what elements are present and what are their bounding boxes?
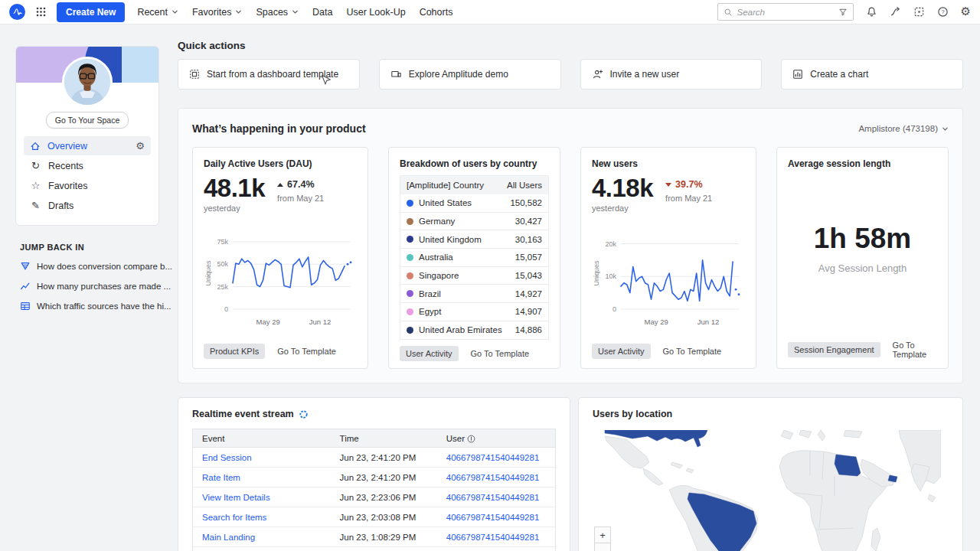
user-id-link[interactable]: 4066798741540449281: [446, 473, 546, 482]
sidebar-item-overview[interactable]: Overview ⚙: [24, 136, 151, 155]
event-row: Complete ProfileJun 23, 1:04:24 PM406679…: [193, 547, 555, 551]
dau-go-to-template-link[interactable]: Go To Template: [277, 347, 336, 356]
notifications-bell-icon[interactable]: [866, 6, 877, 18]
invite-user-icon: [592, 69, 603, 80]
search-box[interactable]: [717, 3, 854, 21]
svg-text:0: 0: [612, 305, 616, 313]
map-zoom-out-button[interactable]: −: [594, 543, 611, 551]
map-cuba: [671, 462, 683, 468]
sidebar-item-drafts[interactable]: ✎ Drafts: [24, 196, 151, 215]
svg-text:Uniques: Uniques: [593, 260, 600, 286]
country-row[interactable]: Singapore15,043: [400, 267, 548, 285]
user-id-link[interactable]: 4066798741540449281: [446, 513, 546, 522]
event-link[interactable]: Rate Item: [202, 473, 340, 482]
info-icon[interactable]: [467, 435, 475, 443]
table-icon: [20, 301, 31, 311]
chevron-down-icon: [172, 8, 178, 15]
templates-icon[interactable]: [913, 6, 925, 18]
settings-gear-icon[interactable]: ⚙: [961, 6, 971, 18]
jump-item-conversion[interactable]: How does conversion compare b...: [20, 261, 159, 272]
help-icon[interactable]: ?: [937, 6, 949, 18]
jump-item-purchases[interactable]: How many purchases are made ...: [20, 281, 159, 292]
map-florida: [694, 438, 701, 447]
menu-recent[interactable]: Recent: [136, 4, 180, 21]
amplitude-logo[interactable]: [9, 4, 25, 20]
new-users-delta: 39.7%: [665, 179, 712, 190]
go-to-your-space-button[interactable]: Go To Your Space: [46, 112, 129, 129]
map-central-america: [643, 468, 663, 485]
time-col-header: Time: [340, 434, 446, 443]
bar-chart-icon: [792, 69, 803, 80]
country-row[interactable]: United Arab Emirates14,886: [400, 321, 548, 340]
country-go-to-template-link[interactable]: Go To Template: [471, 349, 530, 358]
filter-icon[interactable]: [838, 8, 848, 17]
dau-delta: 67.4%: [277, 179, 324, 190]
event-link[interactable]: Main Landing: [202, 533, 340, 542]
menu-user-lookup[interactable]: User Look-Up: [345, 4, 407, 21]
event-link[interactable]: View Item Details: [202, 493, 340, 502]
qa-create-chart[interactable]: Create a chart: [781, 59, 963, 90]
map-turkey: [844, 430, 862, 438]
event-row: Rate ItemJun 23, 2:41:20 PM4066798741540…: [193, 468, 555, 487]
country-row[interactable]: Egypt14,907: [400, 303, 548, 321]
country-row[interactable]: Brazil14,927: [400, 285, 548, 303]
user-id-link[interactable]: 4066798741540449281: [446, 533, 546, 542]
new-users-card-title: New users: [592, 158, 745, 169]
panel-title: What’s happening in your product: [192, 122, 366, 135]
qa-invite-user[interactable]: Invite a new user: [580, 59, 763, 90]
series-dot: [407, 200, 413, 207]
create-new-button[interactable]: Create New: [57, 2, 125, 22]
country-row[interactable]: United States150,582: [400, 194, 548, 213]
sidebar-item-favorites[interactable]: ☆ Favorites: [24, 176, 151, 195]
session-length-value: 1h 58m: [814, 223, 912, 255]
map-europe-west: [781, 430, 793, 439]
user-col-header: User: [446, 434, 546, 443]
dashboard-template-icon: [189, 69, 200, 80]
series-dot: [407, 218, 413, 225]
new-users-go-to-template-link[interactable]: Go To Template: [663, 347, 722, 356]
menu-spaces[interactable]: Spaces: [254, 4, 300, 21]
session-go-to-template-link[interactable]: Go To Template: [893, 341, 937, 359]
menu-data[interactable]: Data: [311, 4, 334, 21]
series-dot: [407, 272, 413, 279]
search-input[interactable]: [737, 8, 834, 17]
user-id-link[interactable]: 4066798741540449281: [446, 493, 546, 502]
country-row[interactable]: Australia15,057: [400, 249, 548, 267]
journeys-icon[interactable]: [890, 6, 901, 18]
svg-text:Jun 12: Jun 12: [697, 318, 720, 326]
qa-explore-demo[interactable]: Explore Amplitude demo: [379, 59, 561, 90]
home-icon: [30, 141, 41, 152]
star-icon: ☆: [30, 180, 41, 191]
svg-text:20k: 20k: [605, 240, 616, 248]
svg-text:Jun 12: Jun 12: [309, 318, 332, 326]
users-by-location-card: Users by location: [578, 397, 963, 551]
banner-right-decoration: [122, 47, 158, 83]
sidebar-item-recents[interactable]: ↻ Recents: [24, 156, 151, 175]
event-link[interactable]: Search for Items: [202, 513, 340, 522]
user-id-link[interactable]: 4066798741540449281: [446, 453, 546, 462]
menu-cohorts[interactable]: Cohorts: [418, 4, 455, 21]
map-italy: [818, 430, 825, 441]
line-chart-icon: [20, 281, 31, 292]
jump-item-traffic[interactable]: Which traffic sources have the hi...: [20, 301, 159, 311]
event-link[interactable]: End Session: [202, 453, 340, 462]
dau-tag[interactable]: Product KPIs: [204, 344, 265, 359]
qa-start-from-template[interactable]: Start from a dashboard template: [178, 59, 360, 90]
country-row[interactable]: Germany30,427: [400, 213, 548, 231]
new-users-tag[interactable]: User Activity: [592, 344, 651, 359]
project-selector[interactable]: Amplistore (473198): [858, 124, 949, 133]
country-tag[interactable]: User Activity: [400, 346, 459, 361]
country-row[interactable]: United Kingdom30,163: [400, 230, 548, 249]
search-icon: [724, 8, 733, 17]
world-map[interactable]: + −: [593, 430, 949, 551]
session-tag[interactable]: Session Engagement: [788, 342, 880, 357]
event-stream-title: Realtime event stream: [192, 409, 294, 419]
map-zoom-in-button[interactable]: +: [594, 527, 611, 543]
overview-settings-gear-icon[interactable]: ⚙: [136, 141, 145, 151]
menu-favorites[interactable]: Favorites: [191, 4, 243, 21]
jump-back-in-section: JUMP BACK IN How does conversion compare…: [15, 243, 159, 311]
user-avatar[interactable]: [62, 57, 113, 107]
apps-grid-icon[interactable]: [36, 7, 46, 17]
quick-actions-title: Quick actions: [178, 40, 963, 51]
whats-happening-panel: What’s happening in your product Amplist…: [178, 108, 963, 383]
